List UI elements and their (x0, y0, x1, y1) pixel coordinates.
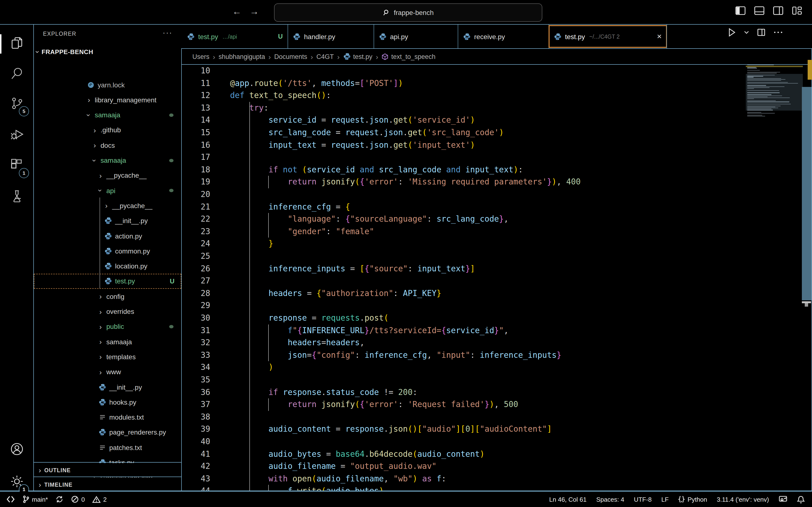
tree-item-templates[interactable]: ›templates (34, 349, 181, 364)
tree-item-samaaja[interactable]: ›samaaja (34, 334, 181, 349)
activity-bar-item-extensions[interactable]: 1 (0, 150, 33, 180)
line-number: 10 (181, 65, 210, 77)
activity-bar-item-search[interactable] (0, 58, 33, 89)
tree-item-library_management[interactable]: ›library_management (34, 93, 181, 107)
status-label: Python (688, 496, 707, 503)
tree-item-__init__.py[interactable]: __init__.py (34, 213, 181, 228)
status-notifications[interactable] (794, 495, 808, 503)
activity-bar-item-accounts[interactable] (0, 434, 33, 464)
chevron-right-icon: › (103, 202, 109, 210)
breadcrumb-item-text_to_speech[interactable]: text_to_speech (382, 53, 436, 60)
tree-indent-guide (100, 198, 100, 288)
breadcrumb-item-test.py[interactable]: test.py (343, 53, 372, 60)
status-problems-warnings[interactable]: 2 (89, 496, 110, 503)
workspace-section-header[interactable]: › FRAPPE-BENCH (34, 43, 181, 60)
branch-icon (23, 495, 30, 503)
code-line-32: 32 headers=headers, (181, 337, 812, 349)
minimap-line (747, 65, 774, 65)
indent-guide (249, 102, 250, 491)
line-number: 28 (181, 287, 210, 300)
tree-item-common.py[interactable]: common.py (34, 243, 181, 259)
nav-forward-button[interactable]: → (248, 5, 260, 18)
tree-item-samaaja[interactable]: ›samaaja (34, 153, 181, 168)
status-label: 3.11.4 ('env': venv) (717, 496, 769, 503)
code-line-22: 22 "language": {"sourceLanguage": src_la… (181, 213, 812, 225)
breadcrumb-item-Documents[interactable]: Documents (274, 53, 307, 60)
status-cursor-position[interactable]: Ln 46, Col 61 (546, 496, 590, 503)
toggle-secondary-sidebar-button[interactable] (773, 6, 783, 15)
minimap-viewport[interactable] (746, 74, 803, 111)
minimap-highlight (746, 65, 803, 67)
status-eol[interactable]: LF (658, 496, 672, 503)
outline-section[interactable]: › OUTLINE (34, 463, 181, 477)
tree-item-__pycache__[interactable]: ›__pycache__ (34, 168, 181, 183)
line-number: 37 (181, 398, 210, 411)
tree-item-patches.txt[interactable]: patches.txt (34, 440, 181, 455)
tree-item-.github[interactable]: ›.github (34, 123, 181, 137)
tree-item-overrides[interactable]: ›overrides (34, 304, 181, 319)
activity-bar-item-explorer[interactable] (0, 29, 33, 58)
breadcrumb-item-shubhangigupta[interactable]: shubhangigupta (219, 53, 265, 60)
tree-item-api[interactable]: ›api (34, 183, 181, 198)
toggle-panel-button[interactable] (754, 6, 765, 15)
tree-item-test.py[interactable]: test.pyU (34, 274, 181, 289)
status-python-interpreter[interactable]: 3.11.4 ('env': venv) (713, 496, 772, 503)
tree-item-hooks.py[interactable]: hooks.py (34, 395, 181, 410)
breadcrumb-item-Users[interactable]: Users (192, 53, 209, 60)
nav-back-button[interactable]: ← (231, 5, 243, 18)
code-editor[interactable]: 1011@app.route('/tts', methods=['POST'])… (181, 65, 812, 491)
tree-item-config[interactable]: ›config (34, 289, 181, 304)
tree-item-modules.txt[interactable]: modules.txt (34, 410, 181, 425)
tab-handler.py[interactable]: handler.py (288, 24, 373, 48)
tree-item-docs[interactable]: ›docs (34, 137, 181, 153)
status-problems-errors[interactable]: 0 (68, 495, 88, 503)
command-center-search[interactable]: frappe-bench (274, 3, 542, 22)
activity-bar-item-run-debug[interactable] (0, 119, 33, 149)
code-line-25: 25 (181, 250, 812, 263)
tree-item-label: www (106, 368, 121, 376)
toggle-primary-sidebar-button[interactable] (735, 6, 746, 15)
timeline-section[interactable]: › TIMELINE (34, 477, 181, 491)
tree-item-samaaja[interactable]: ›samaaja (34, 107, 181, 122)
breadcrumb-item-C4GT[interactable]: C4GT (316, 53, 334, 60)
tab-test.py-0[interactable]: test.py…/apiU (182, 24, 288, 48)
tree-item-__pycache__[interactable]: ›__pycache__ (34, 198, 181, 213)
tree-item-public[interactable]: ›public (34, 319, 181, 334)
status-branch[interactable]: main* (19, 495, 51, 503)
minimap[interactable] (746, 65, 803, 120)
activity-bar-item-testing[interactable] (0, 181, 33, 211)
tree-item-location.py[interactable]: location.py (34, 259, 181, 274)
tree-item-page_renderers.py[interactable]: page_renderers.py (34, 425, 181, 440)
editor-scrollbar[interactable] (802, 87, 812, 300)
status-sync[interactable] (52, 495, 67, 503)
status-remote[interactable] (3, 495, 18, 503)
split-editor-icon (757, 28, 766, 37)
status-indentation[interactable]: Spaces: 4 (593, 496, 627, 503)
file-tree: yarn.lock›library_management›samaaja›.gi… (34, 24, 181, 463)
more-actions-button[interactable] (773, 31, 783, 34)
breadcrumb-label: shubhangigupta (219, 53, 265, 60)
symbol-method-icon (382, 53, 389, 60)
run-python-file-button[interactable] (727, 27, 736, 37)
tree-item-__init__.py[interactable]: __init__.py (34, 380, 181, 394)
status-language-mode[interactable]: Python (675, 495, 711, 503)
split-editor-button[interactable] (757, 28, 766, 37)
tree-item-action.py[interactable]: action.py (34, 228, 181, 243)
run-dropdown-button[interactable] (744, 31, 749, 34)
code-line-23: 23 "gender": "female" (181, 225, 812, 238)
status-encoding[interactable]: UTF-8 (630, 496, 655, 503)
activity-bar-item-source-control[interactable]: 5 (0, 89, 33, 118)
status-label: main* (32, 496, 48, 503)
minimap-line (747, 70, 760, 70)
tab-api.py[interactable]: api.py (374, 24, 458, 48)
tab-receive.py[interactable]: receive.py (458, 24, 549, 48)
tree-item-label: api (106, 187, 115, 194)
status-feedback[interactable] (775, 495, 791, 503)
breadcrumb[interactable]: Users›shubhangigupta›Documents›C4GT›test… (181, 49, 812, 64)
bell-icon (797, 495, 805, 503)
code-line-12: 12def text_to_speech(): (181, 89, 812, 102)
tree-item-www[interactable]: ›www (34, 364, 181, 379)
tree-item-yarn.lock[interactable]: yarn.lock (34, 77, 181, 92)
customize-layout-button[interactable] (792, 6, 802, 15)
code-line-27: 27 (181, 275, 812, 287)
